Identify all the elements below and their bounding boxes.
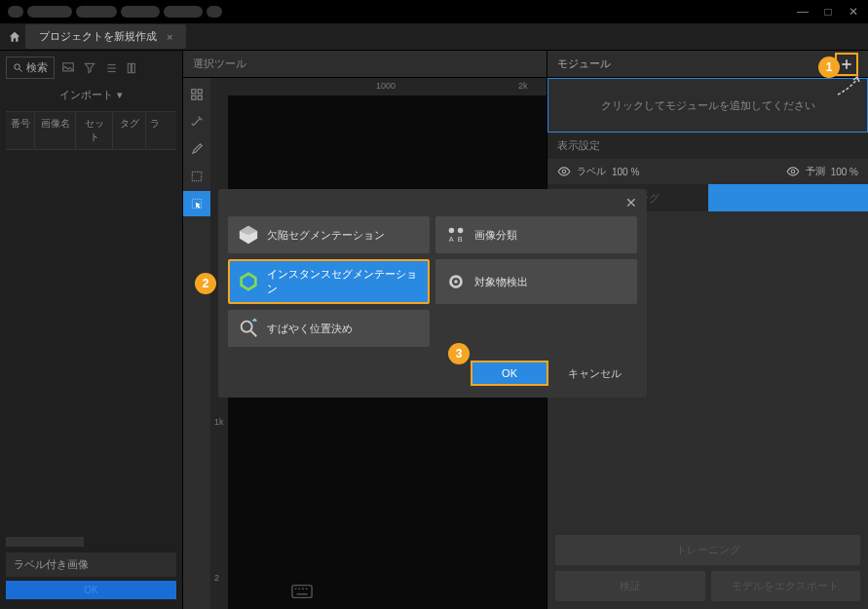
right-bottom-buttons: トレーニング 検証 モデルをエクスポート [547,527,868,609]
header-label[interactable]: ラ [146,112,164,149]
list-header: 番号 画像名 セット タグ ラ [6,111,176,150]
titlebar-pill [207,6,222,18]
option-defect-segmentation[interactable]: 欠陥セグメンテーション [228,216,430,253]
ok-button[interactable]: OK [471,361,548,386]
svg-marker-30 [242,274,256,290]
titlebar: — □ ✕ [0,0,868,23]
header-set[interactable]: セット [76,112,113,149]
maximize-button[interactable]: □ [821,5,835,19]
keyboard-icon[interactable] [291,584,313,599]
svg-point-0 [15,64,20,70]
option-label: 欠陥セグメンテーション [267,228,385,243]
option-label: 画像分類 [474,228,517,243]
ruler-tick: 1k [214,417,224,427]
module-type-modal: ✕ 欠陥セグメンテーション AB 画像分類 インスタンスセグメンテーション 対象… [218,189,647,398]
pred-visibility[interactable]: 予測 100 % [786,165,858,178]
search-label: 検索 [26,60,48,75]
label-visibility[interactable]: ラベル 100 % [557,165,639,178]
left-panel: 検索 インポート ▾ 番号 画像名 セット タグ ラ ラベル付き画像 [0,51,183,609]
modal-options: 欠陥セグメンテーション AB 画像分類 インスタンスセグメンテーション 対象物検… [218,216,647,347]
svg-rect-10 [192,95,196,99]
svg-point-22 [562,170,566,173]
option-image-classification[interactable]: AB 画像分類 [435,216,637,253]
svg-point-27 [458,228,464,234]
modal-close-button[interactable]: ✕ [625,195,637,210]
home-icon[interactable] [8,30,21,44]
left-toolbar: 検索 [6,57,176,79]
ruler-tick: 2 [214,573,219,583]
svg-rect-6 [128,63,131,72]
import-row: インポート ▾ [6,85,176,105]
export-model-button[interactable]: モデルをエクスポート [711,571,861,601]
grid-tool[interactable] [183,82,210,107]
svg-rect-8 [192,90,196,94]
hint-arrow-icon [836,75,863,96]
pred-text: 予測 [806,165,825,178]
left-bottom: ラベル付き画像 OK [6,533,176,603]
add-module-area[interactable]: クリックしてモジュールを追加してください [547,78,868,133]
svg-point-23 [791,170,795,173]
import-label: インポート [59,88,113,102]
tab-close-icon[interactable]: × [167,31,172,43]
progress-bar [6,537,84,547]
image-class-icon: AB [445,224,467,246]
validate-button[interactable]: 検証 [555,571,705,601]
callout-2: 2 [195,273,216,294]
ruler-tick: 2k [518,81,528,91]
import-button[interactable]: インポート ▾ [48,85,134,105]
tab-title: プロジェクトを新規作成 [39,29,157,44]
columns-icon[interactable] [123,57,142,79]
center-header: 選択ツール [183,51,547,78]
modal-footer: OK キャンセル [218,347,647,386]
cancel-button[interactable]: キャンセル [556,362,633,386]
labeled-images-button[interactable]: ラベル付き画像 [6,552,176,577]
brush-tool[interactable] [183,136,210,162]
option-label: 対象物検出 [474,275,528,289]
search-icon [13,62,23,73]
svg-point-33 [242,322,252,332]
svg-rect-11 [198,95,202,99]
svg-rect-7 [132,63,134,72]
header-name[interactable]: 画像名 [35,112,76,149]
tool-strip [183,78,210,609]
titlebar-left [8,6,222,18]
option-quick-locate[interactable]: すばやく位置決め [228,310,430,347]
callout-1: 1 [818,57,840,78]
titlebar-pill [76,6,117,18]
option-instance-segmentation[interactable]: インスタンスセグメンテーション [228,259,430,304]
ok-bar[interactable]: OK [6,581,176,599]
close-button[interactable]: ✕ [847,5,860,19]
header-tag[interactable]: タグ [113,112,146,149]
titlebar-pill [164,6,203,18]
minimize-button[interactable]: — [796,5,810,19]
eye-icon [786,165,800,178]
svg-text:B: B [458,235,463,244]
list-icon[interactable] [101,57,121,79]
tabbar: プロジェクトを新規作成 × [0,23,868,51]
image-grid-icon[interactable] [58,57,78,79]
tab-validation[interactable]: 検証 [708,184,869,211]
svg-rect-9 [198,90,202,94]
defect-seg-icon [238,224,259,246]
selection-tool[interactable] [183,191,210,216]
svg-point-32 [454,280,458,284]
left-toolbar-icons [58,57,142,79]
training-button[interactable]: トレーニング [555,535,860,565]
eye-icon [557,165,571,178]
quick-locate-icon [238,318,259,339]
wand-tool[interactable] [183,109,210,134]
project-tab[interactable]: プロジェクトを新規作成 × [25,24,186,49]
filter-icon[interactable] [80,57,99,79]
titlebar-pill [8,6,23,18]
instance-seg-icon [238,271,259,292]
callout-3: 3 [448,343,470,364]
svg-rect-14 [292,586,312,598]
search-button[interactable]: 検索 [6,57,55,79]
option-label: インスタンスセグメンテーション [267,267,420,296]
titlebar-pill [121,6,160,18]
option-object-detection[interactable]: 対象物検出 [435,259,637,304]
header-num[interactable]: 番号 [6,112,35,149]
chevron-down-icon: ▾ [117,89,123,101]
ruler-horizontal: 1000 2k [210,78,547,95]
rect-select-tool[interactable] [183,164,210,189]
